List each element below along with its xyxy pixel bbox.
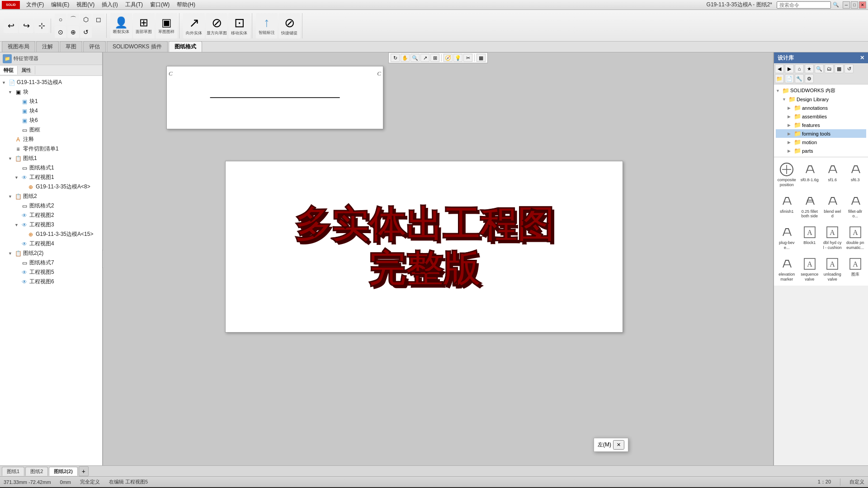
break-view-button[interactable]: 👤 断裂实体 xyxy=(110,13,132,38)
undo-button[interactable]: ↩ xyxy=(4,19,18,33)
lib-item-annotations[interactable]: ▶ 📁 annotations xyxy=(776,103,866,112)
tree-item-view1[interactable]: ▼ 👁 工程视图1 xyxy=(0,173,102,182)
section-view-button[interactable]: ⊞ 面部草图 xyxy=(133,13,155,38)
poly-button[interactable]: ⬡ xyxy=(80,14,92,25)
nav-star-icon[interactable]: ★ xyxy=(805,64,814,73)
tree-item-block-group[interactable]: ▼ ▣ 块 xyxy=(0,87,102,97)
tab-viewlayout[interactable]: 视图布局 xyxy=(2,41,35,52)
lib-icon-sf08[interactable]: sf0.8-1.6g xyxy=(799,159,821,190)
view-btn-light[interactable]: 💡 xyxy=(453,54,462,62)
tree-item-view2[interactable]: 👁 工程视图2 xyxy=(0,211,102,220)
arc-button[interactable]: ⌒ xyxy=(67,14,79,25)
menu-help[interactable]: 帮助(H) xyxy=(173,0,199,9)
tree-item-view5[interactable]: 👁 工程视图5 xyxy=(0,267,102,277)
shortcut-button[interactable]: ⊘ 快捷键提 xyxy=(278,13,300,38)
view-btn-display[interactable]: ▦ xyxy=(476,54,486,62)
nav-right-icon[interactable]: ▶ xyxy=(785,64,794,73)
popup-close-button[interactable]: ✕ xyxy=(613,440,624,450)
tab-sheetformat[interactable]: 图纸格式 xyxy=(169,41,202,52)
drawing-area[interactable]: ↻ ✋ 🔍 ↗ ⊞ 🧭 💡 ✂ ▦ C C 多实体出工程图 xyxy=(103,52,773,465)
lib-icon-blendweld[interactable]: blend weld xyxy=(821,191,844,221)
panel-tab-properties[interactable]: 属性 xyxy=(18,66,35,75)
tree-item-view3[interactable]: ▼ 👁 工程视图3 xyxy=(0,220,102,230)
lib-item-motion[interactable]: ▶ 📁 motion xyxy=(776,138,866,146)
tab-sketch[interactable]: 草图 xyxy=(60,41,82,52)
tree-item-viewstyle1[interactable]: ▭ 图纸格式1 xyxy=(0,163,102,173)
panel-tab-features[interactable]: 特征 xyxy=(0,66,18,75)
redo-button[interactable]: ↪ xyxy=(19,19,33,33)
tab-evaluate[interactable]: 评估 xyxy=(83,41,106,52)
lib-icon-doublepneum[interactable]: A double pneumatic... xyxy=(844,222,867,253)
tree-item-sheet2[interactable]: ▼ 📋 图纸2 xyxy=(0,192,102,201)
align-sketch-button[interactable]: ⊘ 显方向草图 xyxy=(206,13,227,38)
tree-item-view1ref[interactable]: ⊕ G19-11-3-35边模A<8> xyxy=(0,182,102,192)
lib-icon-plugbevel[interactable]: plug-beve... xyxy=(776,222,798,253)
nav-btn1[interactable]: 📁 xyxy=(775,74,784,83)
sheet-tab-1[interactable]: 图纸1 xyxy=(2,467,24,476)
tree-item-bom[interactable]: ≡ 零件切割清单1 xyxy=(0,144,102,154)
lib-icon-elevmarker[interactable]: elevation marker xyxy=(776,253,798,284)
nav-left-icon[interactable]: ◀ xyxy=(775,64,784,73)
lib-icon-unloadingvalve[interactable]: A unloading valve xyxy=(821,253,844,284)
search-icon[interactable]: 🔍 xyxy=(833,2,839,8)
maximize-button[interactable]: □ xyxy=(851,1,858,9)
menu-insert[interactable]: 插入(I) xyxy=(98,0,121,9)
tree-item-sheet2b[interactable]: ▼ 📋 图纸2(2) xyxy=(0,249,102,258)
menu-edit[interactable]: 编辑(E) xyxy=(47,0,73,9)
smart-dim-button[interactable]: ↗ 向外实体 xyxy=(183,13,205,38)
lib-item-parts[interactable]: ▶ 📁 parts xyxy=(776,146,866,155)
view-btn-select[interactable]: ↗ xyxy=(420,54,429,62)
lib-item-designlib[interactable]: ▼ 📁 Design Library xyxy=(776,95,866,103)
nav-btn4[interactable]: ⚙ xyxy=(805,74,814,83)
tree-item-viewstyle2[interactable]: ▭ 图纸格式2 xyxy=(0,201,102,211)
nav-btn3[interactable]: 🔧 xyxy=(795,74,804,83)
nav-grid-icon[interactable]: ▦ xyxy=(835,64,844,73)
tree-item-view4[interactable]: 👁 工程视图4 xyxy=(0,239,102,249)
menu-view[interactable]: 视图(V) xyxy=(73,0,98,9)
lib-item-features[interactable]: ▶ 📁 features xyxy=(776,121,866,129)
tab-plugins[interactable]: SOLIDWORKS 插件 xyxy=(107,41,168,52)
view-btn-orient[interactable]: 🧭 xyxy=(443,54,453,62)
view-btn-zoom[interactable]: 🔍 xyxy=(410,54,420,62)
lib-icon-seqvalve[interactable]: A sequence valve xyxy=(799,253,821,284)
nav-search-icon[interactable]: 🔍 xyxy=(815,64,824,73)
move-entity-button[interactable]: ⊡ 移动实体 xyxy=(228,13,250,38)
view-btn-rotate[interactable]: ↻ xyxy=(391,54,400,62)
sheet-tab-add[interactable]: + xyxy=(79,466,89,476)
sketch-pattern-button[interactable]: ▣ 草图图样 xyxy=(156,13,177,38)
tab-annotation[interactable]: 注解 xyxy=(36,41,59,52)
tree-item-sheet1[interactable]: ▼ 📋 图纸1 xyxy=(0,154,102,163)
sheet-tab-2b[interactable]: 图纸2(2) xyxy=(49,467,78,476)
circle2-button[interactable]: ⊙ xyxy=(55,26,66,38)
right-panel-close[interactable]: ✕ xyxy=(860,55,864,61)
search-input[interactable] xyxy=(777,1,831,9)
tree-item-viewstyle7[interactable]: ▭ 图纸格式7 xyxy=(0,258,102,267)
view-btn-pan[interactable]: ✋ xyxy=(401,54,410,62)
tree-item-view6[interactable]: 👁 工程视图6 xyxy=(0,277,102,286)
sheet-tab-2[interactable]: 图纸2 xyxy=(25,467,48,476)
nav-btn2[interactable]: 📄 xyxy=(785,74,794,83)
tree-item-block1[interactable]: ▣ 块1 xyxy=(0,97,102,106)
annotation-button[interactable]: ↑ 智能标注 xyxy=(256,13,278,38)
lib-item-swcontent[interactable]: ▼ 📁 SOLIDWORKS 内容 xyxy=(776,86,866,95)
lib-icon-025fillet[interactable]: 0.25 fillet both side xyxy=(799,191,821,221)
tree-item-root[interactable]: ▼ 📄 G19-11-3-35边模A xyxy=(0,78,102,87)
nav-file-icon[interactable]: 🗂 xyxy=(825,64,834,73)
minimize-button[interactable]: ─ xyxy=(843,1,850,9)
ellipse-button[interactable]: ◻ xyxy=(93,14,104,25)
tree-item-block6[interactable]: ▣ 块6 xyxy=(0,116,102,125)
nav-home-icon[interactable]: ⌂ xyxy=(795,64,804,73)
select-button[interactable]: ⊹ xyxy=(34,19,49,33)
lib-icon-sf16[interactable]: sf1.6 xyxy=(821,159,844,190)
lib-icon-lastitem[interactable]: A 图库 xyxy=(844,253,867,284)
lib-item-formingtools[interactable]: ▶ 📁 forming tools xyxy=(776,129,866,138)
lib-icon-filletallround[interactable]: fillet-allro... xyxy=(844,191,867,221)
tree-item-note[interactable]: A 注释 xyxy=(0,135,102,144)
lib-icon-block1[interactable]: A Block1 xyxy=(799,222,821,253)
menu-file[interactable]: 文件(F) xyxy=(23,0,47,9)
spline-button[interactable]: ⊕ xyxy=(67,26,79,38)
tree-item-view3ref[interactable]: ⊕ G19-11-3-35边模A<15> xyxy=(0,230,102,239)
circle-button[interactable]: ○ xyxy=(55,14,66,25)
lib-icon-sf63[interactable]: sf6.3 xyxy=(844,159,867,190)
lib-icon-sfinish1[interactable]: sfinish1 xyxy=(776,191,798,221)
